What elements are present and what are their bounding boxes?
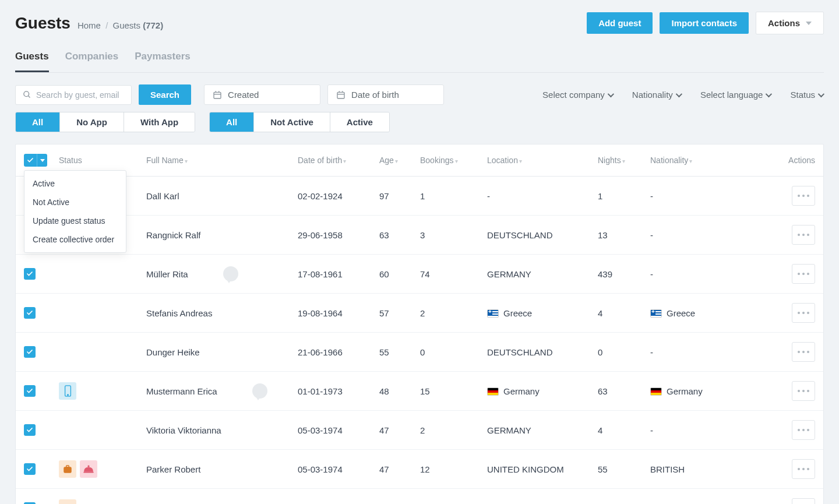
col-dob[interactable]: Date of birth▾ — [292, 144, 373, 177]
add-guest-button[interactable]: Add guest — [587, 12, 653, 34]
cell-age: 60 — [373, 255, 414, 294]
sort-icon: ▾ — [185, 158, 188, 164]
cell-location: United States — [481, 489, 592, 505]
cell-age: 47 — [373, 450, 414, 489]
bulk-menu-update-status[interactable]: Update guest status — [24, 212, 126, 230]
guest-name[interactable]: Mustermann Erica — [146, 386, 217, 396]
breadcrumb-sep: / — [105, 20, 108, 30]
tab-paymasters[interactable]: Paymasters — [135, 45, 190, 72]
cell-nights: 0 — [592, 333, 644, 372]
col-location[interactable]: Location▾ — [481, 144, 592, 177]
seg-app-all[interactable]: All — [16, 112, 60, 132]
cell-age: 44 — [373, 489, 414, 505]
row-checkbox[interactable] — [24, 385, 36, 397]
search-field[interactable] — [15, 85, 132, 105]
col-nationality[interactable]: Nationality▾ — [644, 144, 782, 177]
cell-location: GERMANY — [481, 411, 592, 450]
bulk-menu-toggle[interactable] — [37, 154, 47, 167]
guest-name[interactable]: Parker Robert — [146, 464, 200, 474]
col-bookings[interactable]: Bookings▾ — [414, 144, 481, 177]
service-bell-icon — [80, 460, 97, 478]
seg-act-not[interactable]: Not Active — [254, 112, 330, 132]
row-actions-button[interactable] — [792, 459, 815, 479]
nationality-dropdown[interactable]: Nationality — [631, 86, 682, 103]
phone-icon — [59, 382, 76, 400]
row-checkbox[interactable] — [24, 307, 36, 319]
select-all-checkbox[interactable]: Active Not Active Update guest status Cr… — [24, 154, 47, 167]
svg-rect-15 — [83, 472, 94, 473]
more-icon — [798, 351, 809, 353]
cell-location: UNITED KINGDOM — [481, 450, 592, 489]
row-actions-button[interactable] — [792, 342, 815, 362]
import-contacts-button[interactable]: Import contacts — [660, 12, 749, 34]
seg-act-active[interactable]: Active — [330, 112, 389, 132]
guests-table: Active Not Active Update guest status Cr… — [16, 144, 823, 504]
seg-app-with[interactable]: With App — [124, 112, 195, 132]
actions-dropdown[interactable]: Actions — [756, 12, 824, 34]
cell-dob: 17-08-1961 — [292, 255, 373, 294]
bulk-menu-create-order[interactable]: Create collective order — [24, 230, 126, 249]
activity-filter-segment: All Not Active Active — [209, 112, 390, 132]
cell-dob: 29-06-1958 — [292, 216, 373, 255]
guest-name[interactable]: Stefanis Andreas — [146, 308, 212, 318]
row-checkbox[interactable] — [24, 268, 36, 280]
tab-companies[interactable]: Companies — [65, 45, 119, 72]
row-checkbox[interactable] — [24, 346, 36, 358]
flag-icon — [650, 387, 662, 396]
col-nights[interactable]: Nights▾ — [592, 144, 644, 177]
cell-location: DEUTSCHLAND — [481, 216, 592, 255]
search-button[interactable]: Search — [139, 84, 191, 105]
cell-dob: 02-08-1977 — [292, 489, 373, 505]
chat-bubble-icon — [223, 266, 238, 281]
seg-act-all[interactable]: All — [210, 112, 254, 132]
row-checkbox[interactable] — [24, 463, 36, 475]
chat-bubble-icon — [252, 383, 267, 399]
bulk-menu-not-active[interactable]: Not Active — [24, 193, 126, 212]
guest-name[interactable]: Müller Rita — [146, 269, 188, 279]
guest-name[interactable]: Rangnick Ralf — [146, 230, 200, 240]
cell-age: 57 — [373, 294, 414, 333]
cell-dob: 21-06-1966 — [292, 333, 373, 372]
tab-guests[interactable]: Guests — [15, 45, 49, 72]
created-date-filter[interactable]: Created — [204, 84, 320, 105]
cell-nationality: - — [644, 177, 782, 216]
bulk-menu-active[interactable]: Active — [24, 174, 126, 193]
guest-name[interactable]: Viktoria Viktorianna — [146, 425, 221, 435]
guest-name[interactable]: Dunger Heike — [146, 347, 200, 357]
status-dropdown[interactable]: Status — [789, 86, 824, 103]
col-age[interactable]: Age▾ — [373, 144, 414, 177]
svg-point-11 — [67, 394, 68, 396]
cell-dob: 01-01-1973 — [292, 372, 373, 411]
sort-icon: ▾ — [343, 158, 346, 164]
seg-app-no[interactable]: No App — [60, 112, 124, 132]
col-actions: Actions — [782, 144, 823, 177]
cell-bookings: 0 — [414, 333, 481, 372]
cell-bookings: 5 — [414, 489, 481, 505]
svg-point-0 — [24, 91, 29, 97]
row-actions-button[interactable] — [792, 264, 815, 284]
svg-rect-2 — [214, 92, 221, 98]
breadcrumb-home[interactable]: Home — [77, 20, 101, 30]
select-language-dropdown[interactable]: Select language — [699, 86, 772, 103]
table-row: Dall Karl02-02-1924971-1- — [16, 177, 823, 216]
row-actions-button[interactable] — [792, 225, 815, 245]
checkbox-icon — [24, 154, 37, 167]
row-actions-button[interactable] — [792, 381, 815, 401]
table-row: Elmers Brandon02-08-1977445United States… — [16, 489, 823, 505]
search-input[interactable] — [36, 90, 124, 100]
row-actions-button[interactable] — [792, 498, 815, 504]
row-actions-button[interactable] — [792, 420, 815, 440]
cell-bookings: 12 — [414, 450, 481, 489]
col-full-name[interactable]: Full Name▾ — [140, 144, 292, 177]
page-title: Guests — [15, 14, 70, 33]
dob-date-filter[interactable]: Date of birth — [327, 84, 444, 105]
row-actions-button[interactable] — [792, 303, 815, 323]
svg-rect-13 — [66, 466, 69, 467]
cell-location: GERMANY — [481, 255, 592, 294]
row-actions-button[interactable] — [792, 186, 815, 206]
guest-name[interactable]: Dall Karl — [146, 191, 179, 201]
breadcrumb: Home / Guests (772) — [77, 20, 163, 30]
select-company-dropdown[interactable]: Select company — [541, 86, 614, 103]
svg-rect-6 — [337, 92, 344, 98]
row-checkbox[interactable] — [24, 424, 36, 436]
